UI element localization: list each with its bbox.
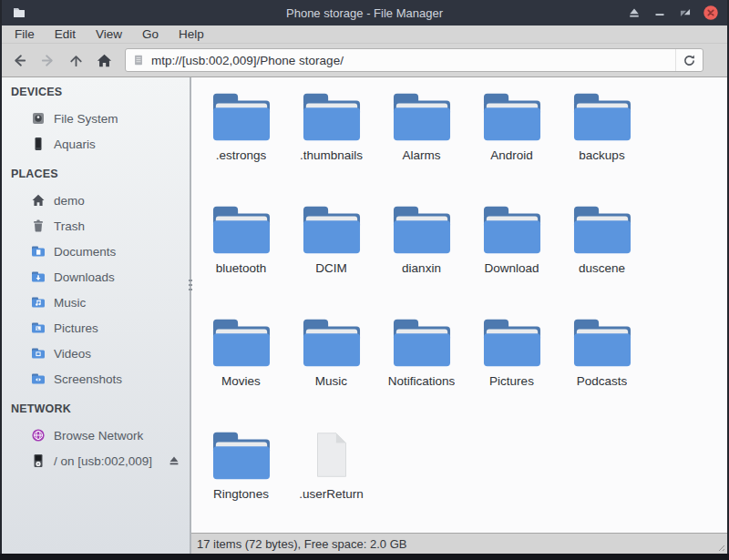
menu-item[interactable]: View [86,25,132,43]
file-item[interactable]: Podcasts [557,309,647,422]
sidebar-item-label: Screenshots [54,372,122,386]
folder-icon [483,317,541,368]
sidebar-item[interactable]: Aquaris [2,131,190,157]
file-item[interactable]: backups [557,83,647,196]
forward-icon [39,52,56,69]
file-name: dianxin [402,261,441,275]
menu-item[interactable]: Edit [45,25,86,43]
file-item[interactable]: Alarms [376,83,467,196]
file-icon [303,430,361,481]
folder-icon [303,317,361,368]
sidebar-header-places: PLACES [2,168,190,180]
file-name: DCIM [315,261,347,275]
file-item[interactable]: Pictures [467,309,557,422]
up-button[interactable] [64,48,88,73]
file-manager-window: Phone storage - File Manager [0,0,729,554]
folder-icon [303,91,361,142]
file-name: Alarms [402,148,440,162]
titlebar[interactable]: Phone storage - File Manager [2,0,727,25]
sidebar-item-label: Browse Network [54,429,143,443]
sidebar-item[interactable]: Videos [2,341,190,366]
back-button[interactable] [7,48,32,73]
resize-grip[interactable] [716,543,724,551]
close-icon [703,5,719,21]
menu-item[interactable]: Go [132,25,169,43]
sidebar-item-label: Music [54,296,86,310]
folder-icon [393,204,451,255]
file-item[interactable]: bluetooth [196,196,286,309]
file-name: Pictures [489,374,534,388]
file-name: Notifications [388,374,456,388]
sidebar-item[interactable]: File System [2,106,190,131]
file-name: .userReturn [299,487,364,501]
trash-icon [31,219,46,233]
file-item[interactable]: Download [467,196,557,309]
file-grid: .estrongs .thumbnails Alarms [196,83,727,533]
file-name: Download [484,261,539,275]
folder-icon [483,91,541,142]
sidebar: DEVICES File System Aquaris [2,77,190,554]
file-item[interactable]: .userReturn [286,422,376,533]
minimize-button[interactable] [651,4,669,22]
sidebar-header-devices: DEVICES [2,86,190,98]
restore-icon [677,5,693,21]
shade-button[interactable] [625,4,643,22]
sidebar-item[interactable]: Screenshots [2,366,190,392]
sidebar-item[interactable]: Browse Network [2,423,190,448]
sidebar-item[interactable]: Downloads [2,264,190,290]
sidebar-item-label: Videos [54,347,91,361]
folder-pictures-icon [31,321,46,335]
network-icon [31,428,46,443]
sidebar-splitter[interactable] [190,77,191,554]
toolbar: mtp://[usb:002,009]/Phone storage/ [2,44,727,77]
folder-icon [212,91,271,142]
document-icon [132,54,145,66]
file-name: Podcasts [577,374,628,388]
eject-button-icon[interactable] [167,453,181,468]
file-item[interactable]: dianxin [376,196,467,309]
home-button[interactable] [92,48,117,73]
file-item[interactable]: Notifications [376,309,467,422]
folder-videos-icon [31,346,46,361]
path-bar[interactable]: mtp://[usb:002,009]/Phone storage/ [125,48,703,72]
sidebar-item-label: / on [usb:002,009] [54,454,152,468]
content-area: DEVICES File System Aquaris [2,77,727,554]
folder-downloads-icon [31,270,46,284]
folder-icon [212,430,271,481]
sidebar-item-label: Trash [54,219,85,233]
file-item[interactable]: .estrongs [196,83,286,196]
file-name: Ringtones [213,487,269,501]
folder-icon [212,317,271,368]
refresh-button[interactable] [675,49,703,71]
folder-icon [483,204,541,255]
sidebar-item[interactable]: Pictures [2,315,190,341]
folder-documents-icon [31,244,46,259]
sidebar-item[interactable]: Music [2,290,190,315]
window-controls [625,4,720,22]
sidebar-item[interactable]: Trash [2,213,190,239]
file-view[interactable]: .estrongs .thumbnails Alarms [191,77,727,533]
forward-button[interactable] [36,48,60,73]
file-item[interactable]: Ringtones [196,422,286,533]
file-item[interactable]: DCIM [286,196,376,309]
menu-item[interactable]: Help [169,25,214,43]
file-name: backups [579,148,624,162]
file-name: .estrongs [216,148,267,162]
sidebar-item[interactable]: demo [2,188,190,213]
places-list: demo Trash Documents [2,188,190,392]
file-name: bluetooth [216,261,267,275]
file-item[interactable]: .thumbnails [286,83,376,196]
file-item[interactable]: Music [286,309,376,422]
close-button[interactable] [702,4,720,22]
nav-buttons [7,48,117,73]
file-item[interactable]: Android [467,83,557,196]
restore-button[interactable] [676,4,694,22]
file-name: duscene [579,261,625,275]
folder-icon [573,204,631,255]
sidebar-item-label: Documents [54,245,116,259]
file-item[interactable]: duscene [557,196,647,309]
menu-item[interactable]: File [5,25,45,43]
sidebar-item[interactable]: / on [usb:002,009] [2,448,190,473]
sidebar-item[interactable]: Documents [2,239,190,264]
file-item[interactable]: Movies [196,309,286,422]
